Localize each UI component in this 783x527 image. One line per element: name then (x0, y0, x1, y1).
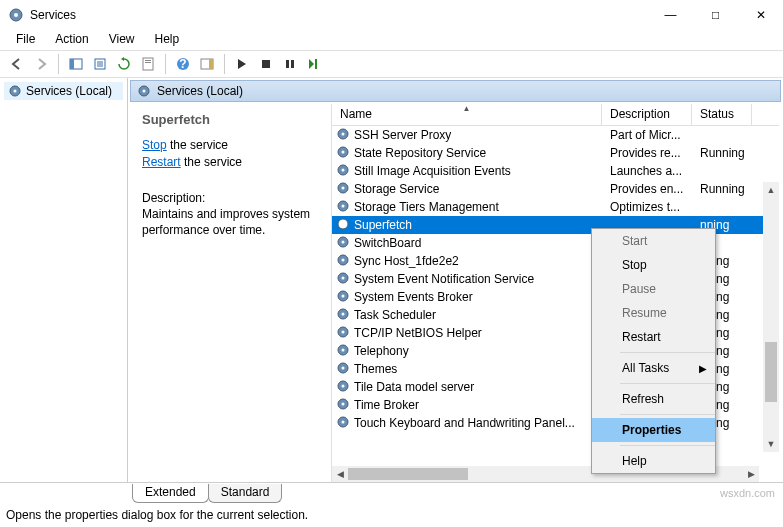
service-name: SwitchBoard (354, 236, 421, 250)
service-name: Storage Service (354, 182, 439, 196)
menu-view[interactable]: View (99, 30, 145, 50)
console-tree: Services (Local) (0, 78, 128, 482)
service-name: System Events Broker (354, 290, 473, 304)
svg-text:?: ? (179, 57, 186, 71)
svg-point-47 (342, 366, 345, 369)
tab-standard[interactable]: Standard (208, 484, 283, 503)
right-pane-header: Services (Local) (130, 80, 781, 102)
gear-icon (336, 289, 350, 306)
tree-item-label: Services (Local) (26, 84, 112, 98)
restart-service-link[interactable]: Restart (142, 155, 181, 169)
action-pane-button[interactable] (196, 53, 218, 75)
forward-button[interactable] (30, 53, 52, 75)
help-button[interactable]: ? (172, 53, 194, 75)
detail-heading: Superfetch (142, 112, 321, 127)
service-name: Sync Host_1fde2e2 (354, 254, 459, 268)
service-name: Task Scheduler (354, 308, 436, 322)
gear-icon (336, 235, 350, 252)
statusbar: Opens the properties dialog box for the … (0, 505, 783, 527)
svg-rect-5 (143, 58, 153, 70)
svg-point-37 (342, 276, 345, 279)
context-menu: Start Stop Pause Resume Restart All Task… (591, 228, 716, 474)
gear-icon (336, 397, 350, 414)
minimize-button[interactable]: — (648, 0, 693, 30)
gear-icon (336, 199, 350, 216)
service-desc: Provides re... (602, 146, 692, 160)
service-desc: Part of Micr... (602, 128, 692, 142)
menu-restart[interactable]: Restart (592, 325, 715, 349)
svg-point-51 (342, 402, 345, 405)
toolbar: ? (0, 50, 783, 78)
svg-rect-3 (70, 59, 74, 69)
service-row[interactable]: State Repository ServiceProvides re...Ru… (332, 144, 779, 162)
restart-service-button[interactable] (303, 53, 325, 75)
properties-button[interactable] (137, 53, 159, 75)
service-name: Themes (354, 362, 397, 376)
close-button[interactable]: ✕ (738, 0, 783, 30)
svg-rect-14 (291, 60, 294, 68)
gear-icon (336, 163, 350, 180)
service-name: Time Broker (354, 398, 419, 412)
gear-icon (137, 84, 151, 98)
stop-service-button[interactable] (255, 53, 277, 75)
menu-action[interactable]: Action (45, 30, 98, 50)
menu-start: Start (592, 229, 715, 253)
gear-icon (8, 84, 22, 98)
svg-point-35 (342, 258, 345, 261)
description-label: Description: (142, 191, 321, 205)
svg-point-41 (342, 312, 345, 315)
service-desc: Optimizes t... (602, 200, 692, 214)
service-name: State Repository Service (354, 146, 486, 160)
service-row[interactable]: Still Image Acquisition EventsLaunches a… (332, 162, 779, 180)
service-desc: Launches a... (602, 164, 692, 178)
pause-service-button[interactable] (279, 53, 301, 75)
menu-file[interactable]: File (6, 30, 45, 50)
back-button[interactable] (6, 53, 28, 75)
show-hide-tree-button[interactable] (65, 53, 87, 75)
gear-icon (336, 325, 350, 342)
gear-icon (336, 181, 350, 198)
gear-icon (336, 217, 350, 234)
service-name: Still Image Acquisition Events (354, 164, 511, 178)
column-description[interactable]: Description (602, 104, 692, 125)
service-row[interactable]: Storage ServiceProvides en...Running (332, 180, 779, 198)
tab-extended[interactable]: Extended (132, 484, 209, 503)
menu-help[interactable]: Help (145, 30, 190, 50)
column-name[interactable]: Name▲ (332, 104, 602, 125)
vertical-scrollbar[interactable]: ▲ ▼ (763, 182, 779, 452)
service-name: Superfetch (354, 218, 412, 232)
window-title: Services (30, 8, 76, 22)
gear-icon (336, 145, 350, 162)
menu-stop[interactable]: Stop (592, 253, 715, 277)
service-name: System Event Notification Service (354, 272, 534, 286)
svg-point-33 (342, 240, 345, 243)
menu-pause: Pause (592, 277, 715, 301)
tree-services-local[interactable]: Services (Local) (4, 82, 123, 100)
maximize-button[interactable]: □ (693, 0, 738, 30)
svg-point-1 (14, 13, 18, 17)
menu-properties[interactable]: Properties (592, 418, 715, 442)
svg-point-25 (342, 168, 345, 171)
titlebar: Services — □ ✕ (0, 0, 783, 30)
service-name: SSH Server Proxy (354, 128, 451, 142)
service-row[interactable]: SSH Server ProxyPart of Micr... (332, 126, 779, 144)
refresh-button[interactable] (113, 53, 135, 75)
service-row[interactable]: Storage Tiers ManagementOptimizes t... (332, 198, 779, 216)
service-name: Telephony (354, 344, 409, 358)
menu-refresh[interactable]: Refresh (592, 387, 715, 411)
start-service-button[interactable] (231, 53, 253, 75)
svg-point-23 (342, 150, 345, 153)
view-tabs: Extended Standard (0, 483, 783, 505)
column-status[interactable]: Status (692, 104, 752, 125)
gear-icon (336, 253, 350, 270)
gear-icon (336, 127, 350, 144)
svg-rect-6 (145, 60, 151, 61)
menu-all-tasks[interactable]: All Tasks▶ (592, 356, 715, 380)
stop-service-link[interactable]: Stop (142, 138, 167, 152)
svg-point-27 (342, 186, 345, 189)
menu-help[interactable]: Help (592, 449, 715, 473)
export-list-button[interactable] (89, 53, 111, 75)
svg-point-19 (143, 90, 146, 93)
gear-icon (336, 307, 350, 324)
svg-rect-7 (145, 62, 151, 63)
